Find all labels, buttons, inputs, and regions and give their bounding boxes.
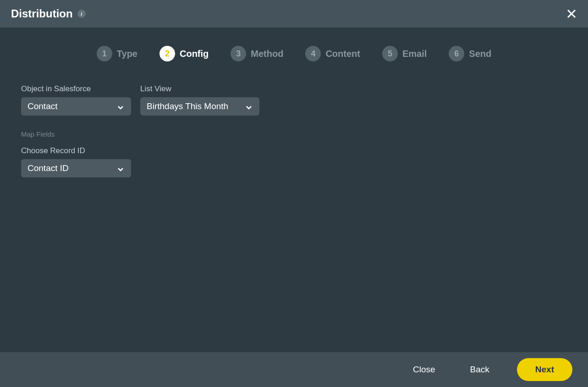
step-label: Type <box>117 49 137 59</box>
next-button[interactable]: Next <box>517 358 572 381</box>
record-id-value: Contact ID <box>27 163 69 173</box>
close-button[interactable]: Close <box>406 361 443 378</box>
object-label: Object in Salesforce <box>21 84 131 94</box>
step-email[interactable]: 5 Email <box>382 46 427 61</box>
list-view-label: List View <box>140 84 259 94</box>
step-label: Method <box>251 49 283 59</box>
step-number: 4 <box>305 46 321 61</box>
form-content: Object in Salesforce Contact List View B… <box>0 84 588 177</box>
object-group: Object in Salesforce Contact <box>21 84 131 116</box>
chevron-down-icon <box>117 104 124 109</box>
step-content[interactable]: 4 Content <box>305 46 360 61</box>
step-label: Config <box>180 49 209 59</box>
step-label: Content <box>325 49 360 59</box>
list-view-group: List View Birthdays This Month <box>140 84 259 116</box>
chevron-down-icon <box>246 104 252 109</box>
close-icon <box>566 8 577 19</box>
info-icon[interactable]: i <box>77 10 86 18</box>
step-method[interactable]: 3 Method <box>231 46 283 61</box>
step-label: Send <box>469 49 491 59</box>
record-id-group: Choose Record ID Contact ID <box>21 146 567 177</box>
modal-footer: Close Back Next <box>0 352 588 387</box>
chevron-down-icon <box>117 166 124 171</box>
record-id-select[interactable]: Contact ID <box>21 159 131 177</box>
modal-title: Distribution <box>11 7 73 20</box>
wizard-stepper: 1 Type 2 Config 3 Method 4 Content 5 Ema… <box>0 28 588 84</box>
object-value: Contact <box>27 101 57 111</box>
list-view-value: Birthdays This Month <box>147 101 228 111</box>
step-number: 2 <box>159 46 175 61</box>
record-id-label: Choose Record ID <box>21 146 567 155</box>
step-send[interactable]: 6 Send <box>449 46 491 61</box>
step-config[interactable]: 2 Config <box>159 46 209 61</box>
step-number: 1 <box>97 46 112 61</box>
step-number: 6 <box>449 46 464 61</box>
step-number: 3 <box>231 46 246 61</box>
object-select[interactable]: Contact <box>21 97 131 116</box>
step-type[interactable]: 1 Type <box>97 46 137 61</box>
back-button[interactable]: Back <box>463 361 497 378</box>
map-fields-section-label: Map Fields <box>21 130 567 138</box>
close-icon-button[interactable] <box>564 6 579 21</box>
modal-title-wrap: Distribution i <box>11 7 86 20</box>
form-row: Object in Salesforce Contact List View B… <box>21 84 567 116</box>
step-label: Email <box>402 49 427 59</box>
modal-header: Distribution i <box>0 0 588 28</box>
step-number: 5 <box>382 46 398 61</box>
list-view-select[interactable]: Birthdays This Month <box>140 97 259 116</box>
